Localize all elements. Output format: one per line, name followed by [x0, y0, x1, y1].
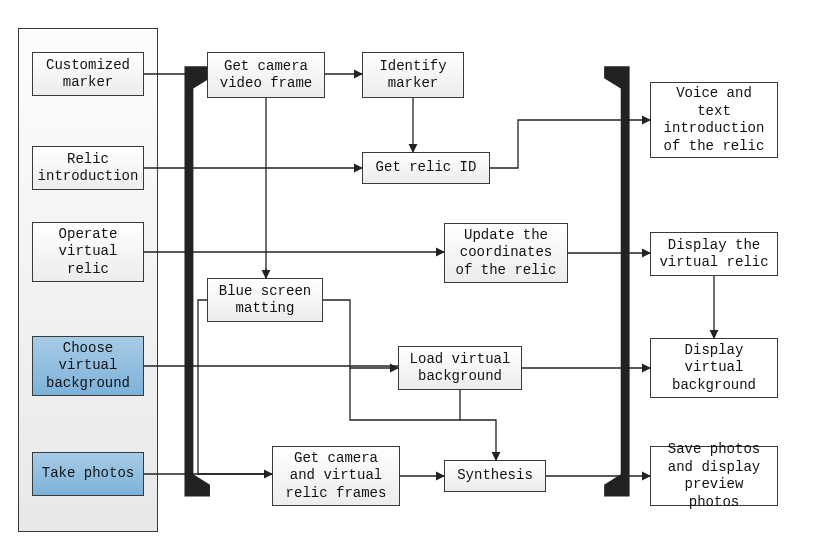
node-voice-text-intro: Voice and text introduction of the relic [650, 82, 778, 158]
node-update-coordinates: Update the coordinates of the relic [444, 223, 568, 283]
node-get-relic-id: Get relic ID [362, 152, 490, 184]
node-take-photos: Take photos [32, 452, 144, 496]
node-get-camera-relic-frames: Get camera and virtual relic frames [272, 446, 400, 506]
diagram-stage: [ ] Customized marker Relic introduction… [0, 0, 813, 559]
node-choose-virtual-background: Choose virtual background [32, 336, 144, 396]
node-display-virtual-background: Display virtual background [650, 338, 778, 398]
bracket-right: ] [600, 18, 638, 486]
node-operate-virtual-relic: Operate virtual relic [32, 222, 144, 282]
node-get-camera-video-frame: Get camera video frame [207, 52, 325, 98]
node-customized-marker: Customized marker [32, 52, 144, 96]
node-synthesis: Synthesis [444, 460, 546, 492]
node-save-display-preview: Save photos and display preview photos [650, 446, 778, 506]
node-blue-screen-matting: Blue screen matting [207, 278, 323, 322]
node-identify-marker: Identify marker [362, 52, 464, 98]
node-display-virtual-relic: Display the virtual relic [650, 232, 778, 276]
node-load-virtual-background: Load virtual background [398, 346, 522, 390]
node-relic-introduction: Relic introduction [32, 146, 144, 190]
